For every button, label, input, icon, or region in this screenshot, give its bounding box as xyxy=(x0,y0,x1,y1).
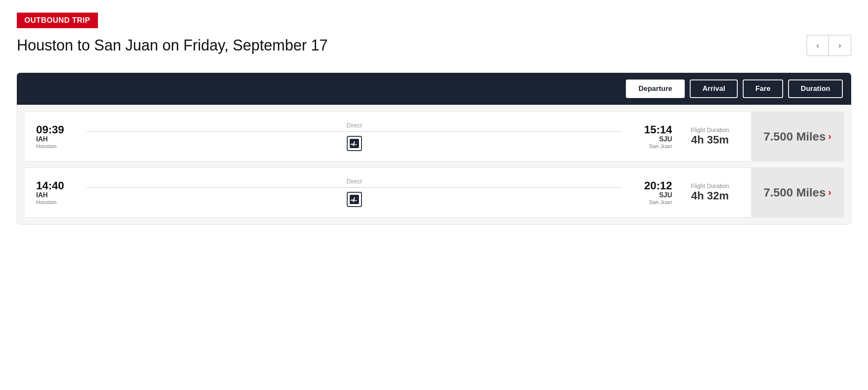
trip-title: Houston to San Juan on Friday, September… xyxy=(17,37,328,54)
price-panel-0[interactable]: 7.500 Miles › xyxy=(751,112,844,161)
sort-duration-button[interactable]: Duration xyxy=(788,80,843,98)
sort-departure-button[interactable]: Departure xyxy=(626,80,685,98)
price-arrow-0: › xyxy=(828,131,831,142)
next-date-button[interactable]: › xyxy=(829,35,851,56)
route-line-1 xyxy=(87,187,622,188)
arrive-code-1: SJU xyxy=(630,191,672,199)
route-line-0 xyxy=(87,131,622,132)
depart-code-1: IAH xyxy=(36,191,78,199)
price-text-0: 7.500 Miles xyxy=(763,130,826,143)
duration-info-0: Flight Duration 4h 35m xyxy=(672,127,739,146)
outbound-badge: OUTBOUND TRIP xyxy=(17,13,98,28)
sort-arrival-button[interactable]: Arrival xyxy=(690,80,738,98)
arrive-info-1: 20:12 SJU San Juan xyxy=(630,180,672,206)
flights-container: 09:39 IAH Houston Direct 15:14 xyxy=(17,105,851,225)
duration-value-0: 4h 35m xyxy=(681,133,739,146)
price-panel-1[interactable]: 7.500 Miles › xyxy=(751,168,844,217)
depart-code-0: IAH xyxy=(36,135,78,143)
arrive-time-1: 20:12 xyxy=(630,180,672,192)
plane-icon-0 xyxy=(347,136,362,151)
arrive-code-0: SJU xyxy=(630,135,672,143)
sort-bar: DepartureArrivalFareDuration xyxy=(17,73,851,105)
price-arrow-1: › xyxy=(828,187,831,198)
depart-info-0: 09:39 IAH Houston xyxy=(36,124,78,150)
route-middle-1: Direct xyxy=(78,178,630,207)
price-text-1: 7.500 Miles xyxy=(763,186,826,199)
route-label-1: Direct xyxy=(346,178,362,185)
date-nav: ‹ › xyxy=(807,35,851,56)
arrive-info-0: 15:14 SJU San Juan xyxy=(630,124,672,150)
arrive-city-1: San Juan xyxy=(630,199,672,205)
plane-icon-wrap-1 xyxy=(347,192,362,207)
duration-label-0: Flight Duration xyxy=(681,127,739,133)
plane-icon-1 xyxy=(347,192,362,207)
depart-info-1: 14:40 IAH Houston xyxy=(36,180,78,206)
flight-row: 09:39 IAH Houston Direct 15:14 xyxy=(24,111,844,162)
prev-date-button[interactable]: ‹ xyxy=(807,35,829,56)
route-middle-0: Direct xyxy=(78,122,630,151)
arrive-time-0: 15:14 xyxy=(630,124,672,136)
depart-time-0: 09:39 xyxy=(36,124,78,136)
flight-row: 14:40 IAH Houston Direct 20:12 xyxy=(24,167,844,218)
plane-icon-wrap-0 xyxy=(347,136,362,151)
duration-info-1: Flight Duration 4h 32m xyxy=(672,183,739,202)
duration-label-1: Flight Duration xyxy=(681,183,739,189)
duration-value-1: 4h 32m xyxy=(681,189,739,202)
depart-city-1: Houston xyxy=(36,199,78,205)
route-label-0: Direct xyxy=(346,122,362,129)
depart-time-1: 14:40 xyxy=(36,180,78,192)
flight-main-1: 14:40 IAH Houston Direct 20:12 xyxy=(24,168,751,217)
flight-main-0: 09:39 IAH Houston Direct 15:14 xyxy=(24,112,751,161)
depart-city-0: Houston xyxy=(36,143,78,149)
arrive-city-0: San Juan xyxy=(630,143,672,149)
sort-fare-button[interactable]: Fare xyxy=(743,80,783,98)
